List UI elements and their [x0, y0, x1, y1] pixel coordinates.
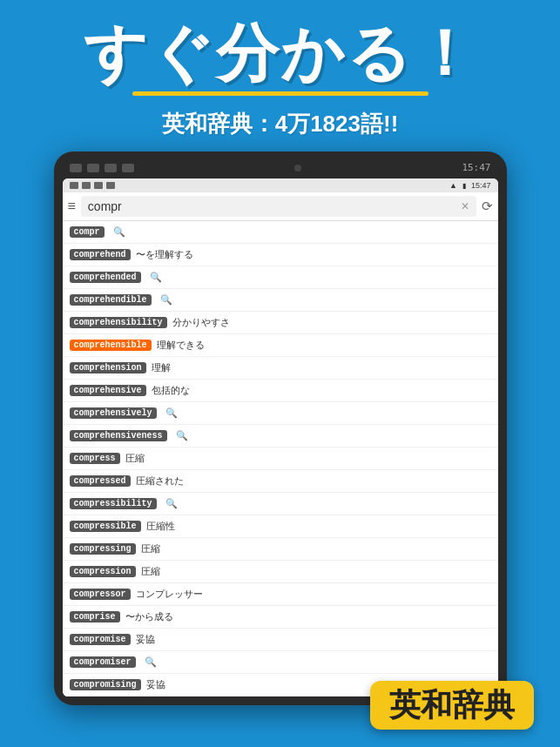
word-search-icon[interactable]: 🔍	[113, 226, 125, 238]
statusbar-right: ▲ ▮ 15:47	[449, 181, 490, 190]
word-badge: comprise	[70, 611, 120, 622]
word-badge: comprehensible	[70, 340, 152, 351]
word-badge: comprehensibility	[70, 317, 167, 328]
headline-underline	[132, 91, 428, 96]
word-row[interactable]: compressible圧縮性	[63, 515, 498, 538]
word-meaning: 分かりやすさ	[172, 316, 230, 329]
word-list: compr🔍comprehend〜を理解するcomprehended🔍compr…	[63, 221, 498, 697]
word-row[interactable]: comprehension理解	[63, 357, 498, 380]
word-row[interactable]: compressibility🔍	[63, 493, 498, 515]
word-search-icon[interactable]: 🔍	[165, 407, 178, 419]
word-badge: comprehensive	[70, 385, 146, 396]
word-meaning: 圧縮性	[146, 520, 175, 533]
word-row[interactable]: compr🔍	[63, 221, 498, 244]
word-search-icon[interactable]: 🔍	[145, 656, 157, 668]
tablet-top-bar: 15:47	[63, 162, 498, 178]
word-row[interactable]: compromise妥協	[63, 629, 498, 651]
tablet-wrapper: 15:47 ▲ ▮ 15:47 ≡	[0, 151, 560, 705]
statusbar-left	[70, 182, 115, 189]
word-row[interactable]: comprehensively🔍	[63, 402, 498, 425]
tablet-camera	[294, 165, 301, 172]
clear-icon[interactable]: ✕	[461, 200, 469, 212]
word-meaning: コンプレッサー	[136, 588, 203, 601]
word-meaning: 理解できる	[157, 339, 205, 352]
tablet-status-icons	[70, 164, 134, 172]
word-search-icon[interactable]: 🔍	[165, 498, 178, 509]
word-badge: compromising	[70, 679, 141, 690]
search-input-text[interactable]: compr	[88, 199, 455, 213]
tablet-icon-2	[87, 164, 99, 172]
app-statusbar: ▲ ▮ 15:47	[63, 178, 498, 192]
tablet-icon-3	[105, 164, 117, 172]
word-row[interactable]: comprehensive包括的な	[63, 380, 498, 402]
word-badge: comprehensively	[70, 407, 157, 419]
word-row[interactable]: comprehendible🔍	[63, 289, 498, 312]
word-row[interactable]: compressing圧縮	[63, 538, 498, 561]
clock-display: 15:47	[471, 181, 491, 190]
word-badge: compressing	[70, 543, 136, 555]
search-input-container[interactable]: compr ✕	[81, 196, 476, 217]
word-row[interactable]: comprise〜から成る	[63, 606, 498, 629]
word-badge: comprehension	[70, 362, 146, 374]
word-badge: comprehensiveness	[70, 430, 167, 441]
word-meaning: 圧縮	[141, 565, 160, 578]
word-row[interactable]: comprehensiveness🔍	[63, 425, 498, 448]
word-meaning: 〜を理解する	[136, 248, 193, 261]
status-icon-box-4	[106, 182, 115, 189]
word-meaning: 圧縮	[141, 542, 160, 555]
word-meaning: 妥協	[146, 678, 165, 691]
subtitle-section: 英和辞典：4万1823語!!	[0, 100, 560, 151]
word-row[interactable]: comprehensible理解できる	[63, 334, 498, 357]
word-meaning: 圧縮された	[136, 474, 184, 488]
word-badge: compressible	[70, 521, 141, 532]
word-badge: compressor	[70, 589, 131, 600]
word-badge: compressed	[70, 475, 131, 487]
word-row[interactable]: comprehensibility分かりやすさ	[63, 312, 498, 334]
search-bar: ≡ compr ✕ ⟳	[63, 192, 498, 221]
word-badge: comprehendible	[70, 294, 152, 306]
tablet-icon-4	[122, 164, 134, 172]
word-meaning: 圧縮	[125, 452, 145, 465]
tablet-icon-1	[70, 164, 82, 172]
word-badge: comprehended	[70, 272, 141, 283]
tablet-screen: ▲ ▮ 15:47 ≡ compr ✕ ⟳ compr🔍comprehend〜を…	[63, 178, 498, 697]
word-badge: comprehend	[70, 249, 131, 260]
word-row[interactable]: compress圧縮	[63, 448, 498, 470]
word-badge: compromise	[70, 634, 131, 645]
tablet-frame: 15:47 ▲ ▮ 15:47 ≡	[54, 151, 507, 705]
hamburger-icon[interactable]: ≡	[68, 199, 76, 214]
subtitle-text: 英和辞典：4万1823語!!	[162, 111, 399, 137]
headline-section: すぐ分かる！	[0, 0, 560, 100]
bottom-badge: 英和辞典	[370, 681, 534, 730]
wifi-icon: ▲	[449, 181, 457, 190]
word-search-icon[interactable]: 🔍	[160, 294, 172, 306]
word-badge: compression	[70, 566, 136, 577]
word-meaning: 包括的な	[152, 384, 190, 397]
word-badge: compr	[70, 226, 105, 238]
battery-icon: ▮	[462, 182, 466, 190]
history-icon[interactable]: ⟳	[482, 199, 493, 214]
word-meaning: 〜から成る	[125, 610, 173, 623]
headline-text: すぐ分かる！	[0, 19, 560, 88]
word-row[interactable]: compressorコンプレッサー	[63, 583, 498, 606]
bottom-badge-text: 英和辞典	[389, 687, 515, 723]
word-meaning: 妥協	[136, 633, 155, 646]
status-icon-box-1	[70, 182, 78, 189]
word-badge: compress	[70, 453, 120, 464]
word-row[interactable]: compressed圧縮された	[63, 470, 498, 493]
word-row[interactable]: compression圧縮	[63, 561, 498, 583]
word-badge: compromiser	[70, 656, 136, 668]
word-badge: compressibility	[70, 498, 157, 509]
tablet-time: 15:47	[462, 162, 490, 173]
word-meaning: 理解	[152, 361, 171, 374]
word-search-icon[interactable]: 🔍	[150, 272, 162, 283]
word-row[interactable]: comprehend〜を理解する	[63, 244, 498, 266]
status-icon-box-3	[94, 182, 103, 189]
word-search-icon[interactable]: 🔍	[176, 430, 188, 441]
word-row[interactable]: comprehended🔍	[63, 266, 498, 289]
status-icon-box-2	[82, 182, 91, 189]
word-row[interactable]: compromiser🔍	[63, 651, 498, 674]
